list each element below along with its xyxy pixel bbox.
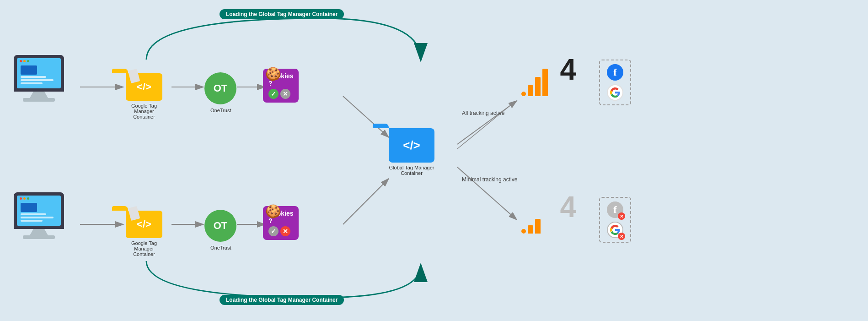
minimal-tracking-label: Minimal tracking active <box>462 176 517 184</box>
ot-label-bottom: OneTrust <box>210 245 231 250</box>
global-gtm-folder: </> Global Tag Manager Container <box>386 124 437 176</box>
google-badge-bottom: ✕ <box>607 222 623 238</box>
facebook-badge-bottom: f ✕ <box>607 201 623 218</box>
cookie-emoji-top: 🍪 <box>265 66 281 82</box>
ot-circle-top: OT <box>204 72 236 104</box>
all-tracking-label: All tracking active <box>462 110 504 116</box>
social-box-bottom: f ✕ ✕ <box>599 197 631 243</box>
gtm-folder-bottom: </> Google Tag Manager Container <box>123 206 165 257</box>
svg-line-12 <box>457 167 517 220</box>
diagram: Loading the Global Tag Manager Container… <box>0 0 868 321</box>
check-icon-top: ✓ <box>268 89 279 99</box>
facebook-icon-top: f <box>607 64 623 81</box>
x-icon-top: ✕ <box>280 89 290 99</box>
gtm-folder-top: </> Google Tag Manager Container <box>123 69 165 120</box>
cookie-emoji-bottom: 🍪 <box>265 204 281 219</box>
social-box-top: f <box>599 60 631 105</box>
analytics-bottom: 4 <box>521 197 576 238</box>
svg-line-7 <box>457 101 517 144</box>
check-icon-bottom: ✓ <box>268 226 279 236</box>
svg-line-6 <box>343 96 389 137</box>
svg-line-11 <box>343 179 389 224</box>
monitor-bottom <box>14 192 64 239</box>
bottom-banner-label: Loading the Global Tag Manager Container <box>220 295 344 305</box>
ot-circle-bottom: OT <box>204 210 236 242</box>
analytics-top: 4 <box>521 60 576 101</box>
google-icon-top <box>607 84 623 101</box>
monitor-top <box>14 55 64 102</box>
top-banner-label: Loading the Global Tag Manager Container <box>220 9 344 19</box>
x-icon-bottom: ✕ <box>280 226 290 236</box>
ot-label-top: OneTrust <box>210 108 231 113</box>
